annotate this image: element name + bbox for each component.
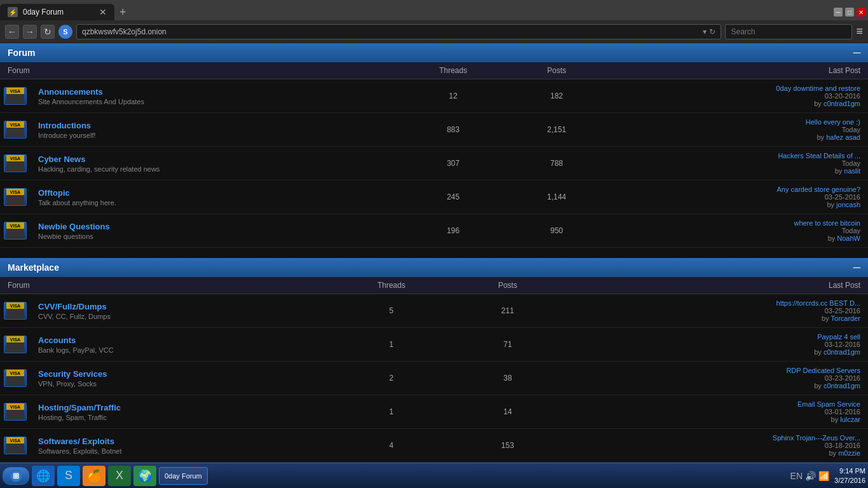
last-post-user[interactable]: c0ntrad1gm [824,382,860,390]
last-post-by: by hafez asad [817,133,860,141]
taskbar-app-browser[interactable]: 🌐 [32,466,55,486]
last-post-cell: Paypalz 4 sell 03-12-2016 by c0ntrad1gm [559,328,868,362]
reload-button[interactable]: ↻ [41,25,55,39]
forum-icon-top: VISA [6,370,24,376]
forum-icon: VISA [4,336,27,353]
last-post-user[interactable]: naslit [844,167,860,175]
post-count: 211 [456,294,559,328]
taskbar: ⊞ 🌐 S 🍊 X 🌍 0day Forum EN 🔊 📶 9:14 PM 3/… [0,463,868,488]
last-post-title[interactable]: https://torcrds.cc BEST D... [776,299,860,307]
forum-icon-bottom [6,229,24,239]
active-tab[interactable]: ⚡ 0day Forum ✕ [0,4,114,20]
tab-title: 0day Forum [23,8,94,17]
marketplace-table: Forum Threads Posts Last Post VISA CVV/F… [0,277,868,463]
last-post-title[interactable]: Sphinx Trojan---Zeus Over... [773,434,860,442]
taskbar-app-globe[interactable]: 🌍 [133,466,156,486]
forum-icon-bottom [6,342,24,353]
forum-info-cell: Newbie Questions Newbie questions [31,214,395,248]
search-input[interactable] [731,27,846,36]
forum-name-link[interactable]: CVV/Fullz/Dumps [38,302,107,311]
last-post-by: by c0ntrad1gm [814,348,860,356]
last-post-title[interactable]: Paypalz 4 sell [817,333,860,341]
back-button[interactable]: ← [5,25,19,39]
browser-menu-button[interactable]: ≡ [856,25,863,38]
taskbar-app-excel[interactable]: X [108,466,131,486]
forum-description: VPN, Proxy, Socks [38,380,319,388]
col-threads-mp: Threads [327,277,456,294]
forum-name-link[interactable]: Offtopic [38,188,70,198]
last-post-title[interactable]: Hello every one :) [806,118,860,126]
table-row: VISA Newbie Questions Newbie questions 1… [0,214,868,248]
last-post-user[interactable]: c0ntrad1gm [824,100,860,107]
last-post-cell: Email Spam Service 03-01-2016 by lulczar [559,395,868,429]
tab-bar: ⚡ 0day Forum ✕ + ─ □ ✕ [0,0,868,20]
last-post-user[interactable]: c0ntrad1gm [824,348,860,356]
last-post-cell: RDP Dedicated Servers 03-23-2016 by c0nt… [559,362,868,395]
taskbar-active-window[interactable]: 0day Forum [159,467,208,485]
forum-name-link[interactable]: Softwares/ Exploits [38,437,114,446]
forum-section-minimize[interactable]: ─ [853,47,860,58]
last-post-by: by Torcarder [822,315,860,322]
forum-description: Talk about anything here. [38,199,388,207]
bookmark-icon[interactable]: ▾ [703,27,707,36]
forum-name-link[interactable]: Newbie Questions [38,222,110,231]
shields-icon[interactable]: S [58,25,72,39]
minimize-button[interactable]: ─ [834,8,843,17]
marketplace-section-minimize[interactable]: ─ [853,262,860,273]
table-row: VISA Offtopic Talk about anything here. … [0,180,868,214]
forum-name-link[interactable]: Security Services [38,369,107,379]
last-post-date: Today [610,126,860,133]
last-post-user[interactable]: lulczar [840,416,860,423]
forum-icon-top: VISA [6,88,24,94]
last-post-user[interactable]: m0zzie [838,449,860,457]
forum-name-link[interactable]: Hosting/Spam/Traffic [38,403,121,412]
forum-table-header: Forum Threads Posts Last Post [0,62,868,79]
last-post-date: 03-01-2016 [567,408,860,416]
close-button[interactable]: ✕ [857,8,865,17]
last-post-user[interactable]: joncash [836,201,860,208]
forum-icon-cell: VISA [0,214,31,248]
refresh-icon[interactable]: ↻ [709,27,715,36]
thread-count: 245 [395,180,510,214]
last-post-title[interactable]: Any carded store genuine? [777,186,860,193]
search-bar[interactable] [725,24,852,39]
last-post-user[interactable]: NoahW [837,234,860,242]
last-post-user[interactable]: hafez asad [826,133,860,141]
forum-name-link[interactable]: Cyber News [38,154,85,164]
thread-count: 12 [395,79,510,113]
forum-section-title: Forum [8,48,36,58]
last-post-by: by naslit [835,167,860,175]
forum-info-cell: Announcements Site Announcements And Upd… [31,79,395,113]
last-post-cell: Hello every one :) Today by hafez asad [602,113,868,147]
forum-description: Bank logs, PayPal, VCC [38,346,319,354]
network-icon[interactable]: 📶 [818,471,829,481]
maximize-button[interactable]: □ [845,8,854,17]
last-post-title[interactable]: 0day downtime and restore [776,85,860,92]
address-bar[interactable]: qzbkwswfv5k2oj5d.onion ▾ ↻ [76,24,721,39]
forum-info-cell: Cyber News Hacking, carding, security re… [31,147,395,180]
post-count: 1,144 [511,180,602,214]
col-posts-mp: Posts [456,277,559,294]
last-post-title[interactable]: RDP Dedicated Servers [786,367,860,374]
forward-button[interactable]: → [23,25,37,39]
last-post-by: by m0zzie [829,449,860,457]
last-post-date: 03-23-2016 [567,374,860,382]
last-post-cell: Any carded store genuine? 03-25-2016 by … [602,180,868,214]
last-post-title[interactable]: where to store bitcoin [794,219,860,227]
volume-icon[interactable]: 🔊 [805,471,816,481]
col-threads: Threads [395,62,510,79]
start-button[interactable]: ⊞ [3,467,29,485]
taskbar-app-skype[interactable]: S [57,466,80,486]
marketplace-section-header: Marketplace ─ [0,258,868,277]
forum-name-link[interactable]: Introductions [38,121,91,130]
new-tab-button[interactable]: + [114,6,132,19]
thread-count: 5 [327,294,456,328]
forum-icon-bottom [6,410,24,420]
last-post-user[interactable]: Torcarder [831,315,860,322]
last-post-title[interactable]: Email Spam Service [797,400,860,408]
forum-name-link[interactable]: Announcements [38,87,103,97]
taskbar-app-fruit[interactable]: 🍊 [83,466,105,486]
forum-name-link[interactable]: Accounts [38,336,76,345]
tab-close-button[interactable]: ✕ [99,7,107,17]
last-post-title[interactable]: Hackers Steal Details of ... [778,152,860,159]
